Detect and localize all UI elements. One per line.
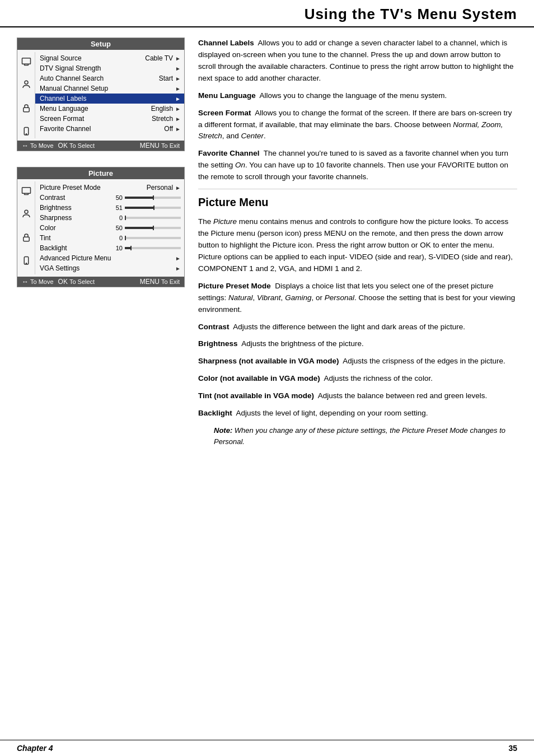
- color-desc: Color (not available in VGA mode) Adjust…: [198, 373, 517, 385]
- menu-row-tint[interactable]: Tint 0: [35, 233, 184, 243]
- backlight-desc: Backlight Adjusts the level of light, de…: [198, 408, 517, 419]
- menu-row-backlight[interactable]: Backlight 10: [35, 243, 184, 253]
- color-slider[interactable]: 50: [110, 225, 181, 231]
- svg-point-12: [25, 210, 28, 213]
- footer-exit-label: To Exit: [161, 142, 180, 149]
- phone-icon: [20, 125, 33, 138]
- menu-row-advanced-picture[interactable]: Advanced Picture Menu ►: [35, 253, 184, 263]
- channel-labels-term: Channel Labels: [198, 39, 254, 47]
- menu-language-term: Menu Language: [198, 91, 256, 100]
- sharpness-term: Sharpness (not available in VGA mode): [198, 357, 339, 365]
- menu-row-signal-source[interactable]: Signal Source Cable TV ►: [35, 53, 184, 63]
- picture-menu-section-title: Picture Menu: [198, 194, 517, 211]
- footer-move-2: ↔ To Move: [22, 278, 54, 286]
- svg-point-15: [26, 263, 27, 264]
- page-footer: Chapter 4 35: [0, 740, 534, 756]
- move-icon: ↔: [22, 142, 29, 150]
- picture-menu-box: Picture: [17, 167, 185, 287]
- picture-menu-footer: ↔ To Move OK To Select MENU To Exit: [17, 277, 184, 287]
- footer-move-label: To Move: [30, 142, 54, 149]
- picture-menu-icons: [17, 181, 35, 274]
- svg-rect-8: [22, 188, 30, 194]
- contrast-desc: Contrast Adjusts the difference between …: [198, 321, 517, 333]
- svg-rect-13: [23, 237, 29, 241]
- menu-row-dtv-signal[interactable]: DTV Signal Strength ►: [35, 63, 184, 73]
- brightness-term: Brightness: [198, 339, 238, 348]
- tint-term: Tint (not available in VGA mode): [198, 391, 314, 400]
- footer-select: OK To Select: [58, 142, 95, 150]
- menu-row-manual-channel[interactable]: Manual Channel Setup ►: [35, 83, 184, 94]
- person-icon-2: [20, 207, 33, 221]
- favorite-channel-desc: Favorite Channel The channel you're tune…: [198, 148, 517, 183]
- footer-select-label-2: To Select: [69, 278, 95, 285]
- menu-row-vga-settings[interactable]: VGA Settings ►: [35, 263, 184, 273]
- setup-menu-body: Signal Source Cable TV ► DTV Signal Stre…: [17, 50, 184, 141]
- menu-row-contrast[interactable]: Contrast 50: [35, 193, 184, 203]
- brightness-slider[interactable]: 51: [110, 204, 181, 211]
- footer-move-label-2: To Move: [30, 278, 54, 285]
- backlight-slider[interactable]: 10: [110, 245, 181, 251]
- footer-exit: MENU To Exit: [140, 142, 180, 150]
- chapter-label: Chapter 4: [17, 744, 53, 753]
- brightness-desc: Brightness Adjusts the brightness of the…: [198, 338, 517, 350]
- menu-language-desc: Menu Language Allows you to change the l…: [198, 90, 517, 102]
- sharpness-slider[interactable]: 0: [110, 214, 181, 221]
- channel-labels-desc: Channel Labels Allows you to add or chan…: [198, 38, 517, 85]
- contrast-term: Contrast: [198, 323, 229, 331]
- menu-row-color[interactable]: Color 50: [35, 223, 184, 233]
- left-column: Setup: [17, 38, 185, 447]
- color-term: Color (not available in VGA mode): [198, 374, 320, 382]
- setup-menu-icons: [17, 52, 35, 138]
- phone-icon-2: [20, 254, 33, 268]
- setup-menu-footer: ↔ To Move OK To Select MENU To Exit: [17, 141, 184, 151]
- picture-menu-title: Picture: [17, 167, 184, 179]
- setup-menu-rows: Signal Source Cable TV ► DTV Signal Stre…: [35, 52, 184, 138]
- menu-row-auto-channel[interactable]: Auto Channel Search Start ►: [35, 73, 184, 83]
- menu-row-channel-labels[interactable]: Channel Labels ►: [35, 94, 184, 104]
- menu-icon-2: MENU: [140, 278, 160, 286]
- picture-preset-term: Picture Preset Mode: [198, 282, 271, 290]
- setup-menu-box: Setup: [17, 38, 185, 151]
- menu-row-brightness[interactable]: Brightness 51: [35, 203, 184, 213]
- footer-select-2: OK To Select: [58, 278, 95, 286]
- person-icon: [20, 78, 33, 91]
- menu-row-menu-language[interactable]: Menu Language English ►: [35, 104, 184, 114]
- svg-point-7: [26, 134, 27, 135]
- menu-row-picture-preset[interactable]: Picture Preset Mode Personal ►: [35, 183, 184, 193]
- footer-exit-2: MENU To Exit: [140, 278, 180, 286]
- tv-icon: [20, 54, 33, 68]
- right-column: Channel Labels Allows you to add or chan…: [198, 38, 517, 447]
- picture-menu-body: Picture Preset Mode Personal ► Contrast …: [17, 179, 184, 277]
- picture-preset-desc: Picture Preset Mode Displays a choice li…: [198, 281, 517, 316]
- menu-row-screen-format[interactable]: Screen Format Stretch ►: [35, 114, 184, 124]
- menu-row-sharpness[interactable]: Sharpness 0: [35, 213, 184, 223]
- svg-point-4: [25, 81, 28, 84]
- screen-format-term: Screen Format: [198, 109, 251, 117]
- tint-slider[interactable]: 0: [110, 235, 181, 241]
- footer-select-label: To Select: [69, 142, 95, 149]
- picture-intro-desc: The Picture menu contains menus and cont…: [198, 216, 517, 275]
- tv-icon-2: [20, 184, 33, 197]
- move-icon-2: ↔: [22, 278, 29, 286]
- page-number: 35: [508, 744, 517, 753]
- svg-rect-0: [22, 58, 30, 64]
- footer-move: ↔ To Move: [22, 142, 54, 150]
- section-divider: [198, 189, 517, 189]
- page-title: Using the TV's Menu System: [17, 6, 517, 23]
- page-header: Using the TV's Menu System: [0, 0, 534, 27]
- menu-icon: MENU: [140, 142, 160, 150]
- backlight-term: Backlight: [198, 409, 232, 417]
- ok-icon: OK: [58, 142, 68, 150]
- lock-icon: [20, 101, 33, 115]
- ok-icon-2: OK: [58, 278, 68, 286]
- tint-desc: Tint (not available in VGA mode) Adjusts…: [198, 390, 517, 402]
- lock-icon-2: [20, 231, 33, 244]
- note-text: Note: When you change any of these pictu…: [214, 425, 517, 447]
- footer-exit-label-2: To Exit: [161, 278, 180, 285]
- sharpness-desc: Sharpness (not available in VGA mode) Ad…: [198, 356, 517, 367]
- contrast-slider[interactable]: 50: [110, 194, 181, 201]
- menu-row-favorite-channel[interactable]: Favorite Channel Off ►: [35, 124, 184, 134]
- svg-rect-5: [23, 108, 29, 112]
- screen-format-desc: Screen Format Allows you to change the f…: [198, 108, 517, 143]
- main-content: Setup: [0, 38, 534, 447]
